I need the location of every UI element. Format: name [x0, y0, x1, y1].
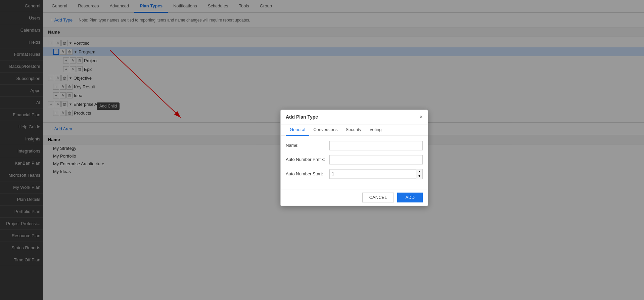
auto-number-start-spinner: ▲ ▼ [329, 169, 423, 179]
form-row-name: Name: [286, 141, 423, 150]
form-row-auto-number-start: Auto Number Start: ▲ ▼ [286, 169, 423, 179]
spinner-buttons: ▲ ▼ [416, 169, 423, 179]
modal-tabs: General Conversions Security Voting [281, 124, 428, 136]
modal-footer: CANCEL ADD [281, 189, 428, 206]
modal-title: Add Plan Type [286, 114, 318, 120]
name-input[interactable] [329, 141, 423, 150]
modal-tab-general[interactable]: General [286, 124, 309, 136]
auto-number-prefix-label: Auto Number Prefix: [286, 157, 329, 162]
add-plan-type-modal: Add Plan Type × General Conversions Secu… [280, 110, 428, 206]
name-label: Name: [286, 143, 329, 148]
spinner-up-button[interactable]: ▲ [416, 169, 422, 174]
auto-number-start-input[interactable] [329, 169, 416, 179]
modal-tab-security[interactable]: Security [341, 124, 365, 136]
modal-tab-conversions[interactable]: Conversions [309, 124, 341, 136]
add-button[interactable]: ADD [397, 192, 422, 202]
cancel-button[interactable]: CANCEL [362, 192, 394, 202]
auto-number-start-label: Auto Number Start: [286, 171, 329, 176]
modal-tab-voting[interactable]: Voting [365, 124, 385, 136]
modal-body: Name: Auto Number Prefix: Auto Number St… [281, 136, 428, 189]
form-row-auto-number-prefix: Auto Number Prefix: [286, 155, 423, 164]
auto-number-prefix-input[interactable] [329, 155, 423, 164]
spinner-down-button[interactable]: ▼ [416, 174, 422, 179]
modal-header: Add Plan Type × [281, 110, 428, 124]
modal-close-button[interactable]: × [420, 114, 423, 120]
